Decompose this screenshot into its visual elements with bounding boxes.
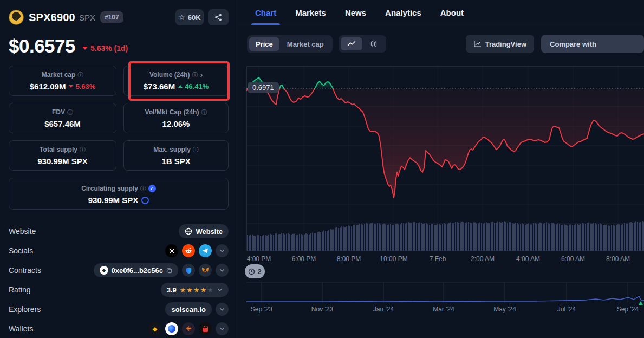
wallet-icon-2[interactable] <box>165 322 178 335</box>
down-triangle-icon <box>69 85 73 88</box>
contract-address: 0xe0f6...b2c56c <box>112 266 163 275</box>
price-marketcap-toggle: Price Market cap <box>247 35 333 53</box>
chevron-down-icon <box>217 287 223 292</box>
rating-label: Rating <box>9 285 30 294</box>
market-cap-box[interactable]: Market capⓘ $612.09M 5.63% <box>9 66 116 96</box>
tradingview-button[interactable]: TradingView <box>466 35 534 53</box>
chart-panel: Chart Markets News Analytics About Price… <box>238 0 644 338</box>
circulating-supply-box[interactable]: Circulating supplyⓘ✓ 930.99M SPX <box>9 178 229 210</box>
coin-summary-panel: SPX6900 SPX #107 ☆ 60K $0.6575 5.63% (1d… <box>0 0 238 338</box>
svg-text:4:00 AM: 4:00 AM <box>516 255 540 263</box>
shield-security-icon[interactable] <box>182 264 195 277</box>
explorer-link[interactable]: solscan.io <box>165 302 212 316</box>
compare-with-button[interactable]: Compare with <box>541 35 644 53</box>
vol-mkt-cap-box[interactable]: Vol/Mkt Cap (24h)ⓘ 12.06% <box>123 103 229 133</box>
link-rows: Website Website Socials <box>9 222 229 338</box>
website-row: Website Website <box>9 222 229 241</box>
wallets-row: Wallets ◆ ✳ <box>9 319 229 338</box>
info-icon: ⓘ <box>140 186 146 192</box>
watchlist-button[interactable]: ☆ 60K <box>175 9 204 25</box>
reddit-icon[interactable] <box>182 244 195 257</box>
explorers-row: Explorers solscan.io <box>9 300 229 319</box>
max-supply-value: 1B SPX <box>161 157 190 166</box>
coin-tabs: Chart Markets News Analytics About <box>238 0 644 25</box>
metamask-icon[interactable] <box>199 264 212 277</box>
info-icon: ⓘ <box>80 147 86 153</box>
baseline-price-label: 0.6971 <box>248 82 279 93</box>
tab-markets[interactable]: Markets <box>295 0 326 25</box>
price-chart-canvas[interactable]: 4:00 PM6:00 PM8:00 PM10:00 PM7 Feb2:00 A… <box>246 66 644 315</box>
svg-text:10:00 PM: 10:00 PM <box>380 255 407 263</box>
rank-badge: #107 <box>100 11 123 23</box>
tab-chart[interactable]: Chart <box>255 0 276 25</box>
svg-text:Mar '24: Mar '24 <box>433 306 454 313</box>
svg-text:6:00 AM: 6:00 AM <box>561 255 585 263</box>
wallets-label: Wallets <box>9 324 33 333</box>
clock-icon <box>248 268 255 275</box>
info-icon: ⓘ <box>201 109 207 115</box>
info-icon: ⓘ <box>77 72 83 78</box>
supply-progress-ring <box>141 197 149 204</box>
socials-row: Socials <box>9 241 229 261</box>
svg-text:Nov '23: Nov '23 <box>311 306 334 313</box>
price-row: $0.6575 5.63% (1d) <box>9 32 229 55</box>
chart-type-toggle <box>339 35 386 53</box>
circulating-supply-value: 930.99M SPX <box>88 196 139 205</box>
contracts-row: Contracts ◆ 0xe0f6...b2c56c <box>9 261 229 280</box>
candlestick-chart-type-button[interactable] <box>363 37 384 50</box>
share-button[interactable] <box>208 9 229 25</box>
website-button[interactable]: Website <box>179 224 229 238</box>
toggle-price[interactable]: Price <box>249 37 279 51</box>
volume-box[interactable]: Volume (24h)ⓘ› $73.66M 46.41% <box>123 66 229 96</box>
watchlist-count: 60K <box>188 14 201 22</box>
x-twitter-icon[interactable] <box>165 244 178 257</box>
price-chart[interactable]: 4:00 PM6:00 PM8:00 PM10:00 PM7 Feb2:00 A… <box>246 66 644 315</box>
lock-icon <box>203 328 208 332</box>
line-chart-type-button[interactable] <box>341 37 362 50</box>
stats-grid: Market capⓘ $612.09M 5.63% Volume (24h)ⓘ… <box>9 66 229 210</box>
wallets-expand-button[interactable] <box>216 322 229 335</box>
total-supply-box[interactable]: Total supplyⓘ 930.99M SPX <box>9 140 116 171</box>
chevron-right-icon: › <box>200 71 203 79</box>
explorers-label: Explorers <box>9 305 41 314</box>
svg-text:Jul '24: Jul '24 <box>557 306 576 313</box>
max-supply-box[interactable]: Max. supplyⓘ 1B SPX <box>123 140 229 171</box>
svg-text:8:00 AM: 8:00 AM <box>606 255 630 263</box>
total-supply-value: 930.99M SPX <box>37 157 88 166</box>
svg-text:6:00 PM: 6:00 PM <box>292 255 316 263</box>
contracts-label: Contracts <box>9 266 41 275</box>
coin-logo <box>9 10 24 25</box>
svg-text:4:00 PM: 4:00 PM <box>247 255 271 263</box>
rating-pill[interactable]: 3.9 ★★★★★ <box>161 283 229 297</box>
annotation-highlight-rect <box>128 61 230 101</box>
market-cap-value: $612.09M <box>30 82 66 91</box>
share-icon <box>214 14 222 21</box>
wallet-icon-3[interactable]: ✳ <box>182 322 195 335</box>
copy-icon[interactable] <box>166 268 172 274</box>
socials-expand-button[interactable] <box>216 244 229 257</box>
fdv-value: $657.46M <box>44 119 81 128</box>
rating-stars: ★★★★★ <box>180 286 214 294</box>
website-label: Website <box>9 227 36 236</box>
wallet-icon-1[interactable]: ◆ <box>148 322 161 335</box>
tab-analytics[interactable]: Analytics <box>385 0 421 25</box>
down-triangle-icon <box>82 47 88 50</box>
tab-news[interactable]: News <box>345 0 366 25</box>
explorers-expand-button[interactable] <box>216 303 229 316</box>
contracts-expand-button[interactable] <box>216 264 229 277</box>
chart-history-badge[interactable]: 2 <box>245 264 265 278</box>
up-triangle-icon <box>178 85 183 88</box>
tab-about[interactable]: About <box>440 0 464 25</box>
svg-text:Sep '24: Sep '24 <box>617 306 639 313</box>
toggle-market-cap[interactable]: Market cap <box>281 37 330 51</box>
chevron-down-icon <box>219 248 225 253</box>
info-icon: ⓘ <box>193 147 199 153</box>
star-icon: ☆ <box>178 14 185 21</box>
info-icon: ⓘ <box>67 109 73 115</box>
contract-address-pill[interactable]: ◆ 0xe0f6...b2c56c <box>94 263 178 277</box>
coin-ticker: SPX <box>79 13 95 22</box>
telegram-icon[interactable] <box>199 244 212 257</box>
svg-text:May '24: May '24 <box>493 306 516 313</box>
wallet-icon-4[interactable] <box>199 322 212 335</box>
fdv-box[interactable]: FDVⓘ $657.46M <box>9 103 116 133</box>
